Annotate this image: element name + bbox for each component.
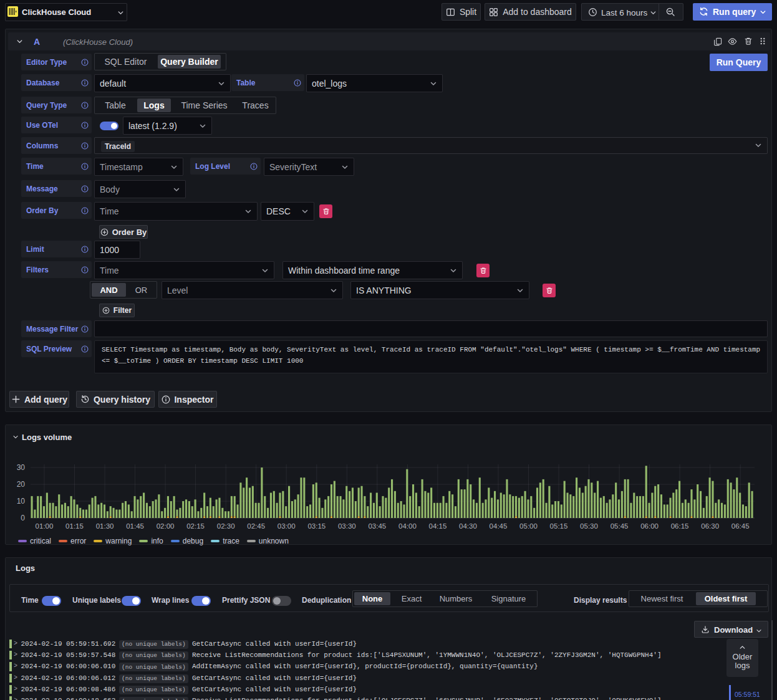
svg-text:02:45: 02:45 (247, 522, 265, 530)
svg-text:20: 20 (17, 480, 26, 489)
svg-text:06:15: 06:15 (671, 522, 689, 530)
svg-text:03:45: 03:45 (368, 522, 386, 530)
svg-text:10: 10 (17, 497, 26, 506)
svg-text:04:15: 04:15 (429, 522, 447, 530)
svg-text:05:00: 05:00 (519, 522, 538, 530)
svg-text:02:00: 02:00 (157, 522, 175, 530)
svg-text:06:45: 06:45 (731, 522, 750, 530)
svg-text:05:30: 05:30 (580, 522, 598, 530)
svg-text:0: 0 (21, 514, 25, 522)
svg-text:05:45: 05:45 (610, 522, 629, 530)
svg-text:30: 30 (17, 463, 26, 472)
svg-text:03:30: 03:30 (338, 522, 356, 530)
svg-text:06:00: 06:00 (640, 522, 659, 530)
svg-text:06:30: 06:30 (701, 522, 719, 530)
svg-text:02:15: 02:15 (186, 522, 205, 530)
svg-text:03:15: 03:15 (307, 522, 326, 530)
svg-text:04:00: 04:00 (398, 522, 417, 530)
svg-text:01:30: 01:30 (96, 522, 114, 530)
svg-text:04:30: 04:30 (459, 522, 477, 530)
svg-text:05:15: 05:15 (550, 522, 568, 530)
svg-text:02:30: 02:30 (217, 522, 235, 530)
svg-text:03:00: 03:00 (278, 522, 296, 530)
svg-text:04:45: 04:45 (490, 522, 508, 530)
svg-text:01:15: 01:15 (65, 522, 84, 530)
svg-text:01:00: 01:00 (36, 522, 54, 530)
svg-text:01:45: 01:45 (126, 522, 144, 530)
